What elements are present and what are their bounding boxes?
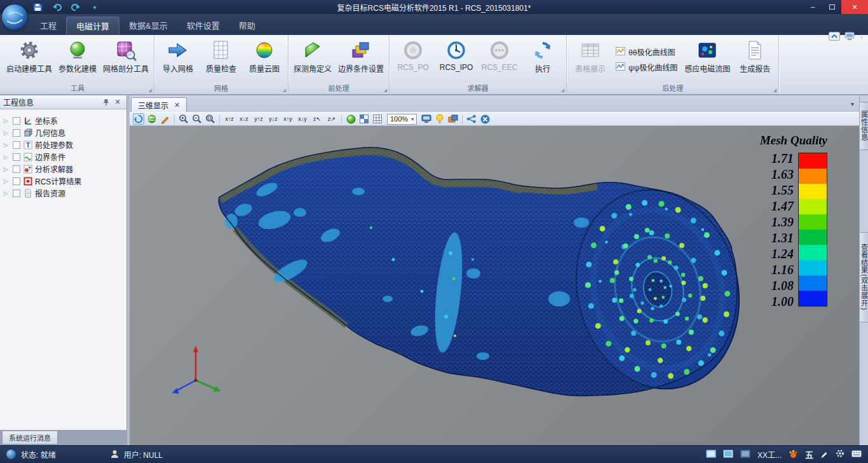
- checkbox[interactable]: [13, 177, 20, 185]
- zoom-in-icon[interactable]: [178, 113, 189, 125]
- tab-close-icon[interactable]: ✕: [174, 101, 180, 109]
- mesh-grid-icon[interactable]: [372, 113, 383, 125]
- view-top-icon[interactable]: x↑y: [281, 113, 294, 125]
- tab-list-dropdown-icon[interactable]: ▾: [851, 100, 854, 107]
- display-settings-dropdown-icon[interactable]: ▾: [860, 34, 863, 41]
- view-left-icon[interactable]: y↑z: [252, 113, 265, 125]
- panel-close-icon[interactable]: ✕: [112, 97, 123, 107]
- pin-icon[interactable]: [100, 97, 112, 107]
- pen-icon[interactable]: [820, 450, 829, 460]
- minimize-button[interactable]: −: [803, 0, 822, 14]
- checkbox[interactable]: [13, 129, 20, 137]
- ribbon-collapse-icon[interactable]: [829, 32, 840, 43]
- quality-cloud-map-button[interactable]: 质量云图: [243, 36, 286, 83]
- tree-item-analysis-solver[interactable]: ▷ 分析求解器: [0, 163, 126, 175]
- view-front-icon[interactable]: x↑z: [223, 113, 236, 125]
- launch-modeling-tool-button[interactable]: 启动建模工具: [3, 36, 55, 83]
- ime-paw-icon[interactable]: [789, 449, 798, 460]
- view-bottom-icon[interactable]: x↓y: [296, 113, 309, 125]
- dialog-launcher-icon[interactable]: ◢: [384, 88, 387, 92]
- system-messages-tab[interactable]: 系统运行消息: [2, 431, 58, 445]
- undo-icon[interactable]: [51, 2, 62, 12]
- table-display-button[interactable]: 表格展示: [569, 36, 612, 83]
- tree-item-rcs-results[interactable]: ▷ RCS计算结果: [0, 175, 126, 187]
- expander-icon[interactable]: ▷: [4, 118, 10, 124]
- rotate-view-icon[interactable]: [133, 113, 144, 125]
- display-settings-icon[interactable]: [844, 32, 855, 43]
- settings-gear-icon[interactable]: [836, 449, 844, 460]
- dialog-launcher-icon[interactable]: ◢: [773, 88, 776, 92]
- checkbox[interactable]: [13, 141, 20, 149]
- tree-item-coordinate-system[interactable]: ▷ 坐标系: [0, 114, 126, 127]
- close-button[interactable]: ×: [841, 0, 868, 14]
- app-logo[interactable]: [2, 4, 27, 30]
- zoom-level-select[interactable]: 100%▾: [387, 114, 417, 125]
- psi-polarization-curve-button[interactable]: ψψ极化曲线图: [616, 62, 677, 73]
- tab-electromagnetic-calculation[interactable]: 电磁计算: [66, 17, 119, 35]
- theta-polarization-curve-button[interactable]: θθ极化曲线图: [616, 46, 677, 57]
- viewport-3d[interactable]: Mesh Quality 1.711.63 1.551.47 1.391.31 …: [130, 126, 859, 445]
- light-icon[interactable]: [434, 113, 445, 125]
- screen-capture-icon[interactable]: [421, 113, 432, 125]
- quick-access-toolbar: ▾: [32, 2, 100, 12]
- tab-data-display[interactable]: 数据&显示: [119, 17, 177, 35]
- dialog-launcher-icon[interactable]: ◢: [283, 88, 286, 92]
- redo-icon[interactable]: [70, 2, 81, 12]
- rcs-ipo-button[interactable]: RCS_IPO: [435, 36, 478, 83]
- probe-angle-definition-button[interactable]: 探测角定义: [290, 36, 335, 83]
- rcs-po-button[interactable]: RCS_PO: [391, 36, 435, 83]
- expander-icon[interactable]: ▷: [4, 190, 10, 197]
- maximize-button[interactable]: [822, 0, 841, 14]
- tree-item-boundary-conditions[interactable]: ▷ 边界条件: [0, 151, 126, 163]
- view-right-icon[interactable]: y↓z: [267, 113, 280, 125]
- import-mesh-button[interactable]: 导入网格: [156, 36, 200, 83]
- dialog-launcher-icon[interactable]: ◢: [561, 88, 564, 92]
- ime-mode-label[interactable]: 五: [805, 448, 813, 460]
- orbit-icon[interactable]: [146, 113, 158, 125]
- checkbox[interactable]: [13, 165, 20, 173]
- checkbox[interactable]: [13, 117, 20, 125]
- view-back-icon[interactable]: x↓z: [238, 113, 250, 125]
- mesh-partition-tool-button[interactable]: 网格剖分工具: [100, 36, 152, 83]
- window-panel-icon[interactable]: [723, 450, 733, 460]
- expander-icon[interactable]: ▷: [4, 154, 10, 160]
- window-panel-icon[interactable]: [706, 450, 716, 460]
- checkbox[interactable]: [13, 190, 20, 197]
- expander-icon[interactable]: ▷: [4, 178, 10, 184]
- expander-icon[interactable]: ▷: [4, 142, 10, 148]
- wireframe-mode-icon[interactable]: [358, 113, 370, 125]
- tab-3d-display[interactable]: 三维显示 ✕: [131, 97, 187, 112]
- window-panel-icon[interactable]: [740, 450, 750, 460]
- rcs-eec-button[interactable]: RCS_EEC: [478, 36, 521, 83]
- tab-software-settings[interactable]: 软件设置: [177, 17, 229, 35]
- checkbox[interactable]: [13, 153, 20, 161]
- palette-icon[interactable]: [447, 113, 459, 125]
- save-icon[interactable]: [32, 2, 43, 12]
- parametric-modeling-button[interactable]: 参数化建模: [55, 36, 100, 83]
- view-iso1-icon[interactable]: z↖: [311, 113, 323, 125]
- tab-project[interactable]: 工程: [31, 17, 66, 35]
- execute-button[interactable]: 执行: [521, 36, 564, 83]
- zoom-out-icon[interactable]: [191, 113, 203, 125]
- tree-item-report-resources[interactable]: ▷ 报告资源: [0, 187, 126, 199]
- side-tab-view-results[interactable]: 查看结果(双击展开): [860, 232, 868, 322]
- generate-report-button[interactable]: 生成报告: [733, 36, 776, 83]
- induced-em-current-map-button[interactable]: 感应电磁流图: [681, 36, 733, 83]
- tree-item-geometry-info[interactable]: ▷ 几何信息: [0, 127, 126, 139]
- tree-item-preprocess-params[interactable]: ▷ T 前处理参数: [0, 139, 126, 151]
- side-tab-properties[interactable]: 属性信息: [860, 102, 868, 150]
- expander-icon[interactable]: ▷: [4, 166, 10, 172]
- expander-icon[interactable]: ▷: [4, 130, 10, 136]
- dialog-launcher-icon[interactable]: ◢: [149, 88, 152, 92]
- keyboard-icon[interactable]: [851, 450, 862, 459]
- tab-help[interactable]: 帮助: [229, 17, 265, 35]
- view-iso2-icon[interactable]: z↗: [325, 113, 338, 125]
- zoom-window-icon[interactable]: [205, 113, 216, 125]
- shaded-mode-icon[interactable]: [345, 113, 356, 125]
- boundary-condition-settings-button[interactable]: 边界条件设置: [335, 36, 387, 83]
- quality-check-button[interactable]: 质量检查: [200, 36, 243, 83]
- edit-icon[interactable]: [159, 113, 171, 125]
- quick-access-dropdown-icon[interactable]: ▾: [89, 2, 100, 12]
- share-view-icon[interactable]: [466, 113, 477, 125]
- close-view-icon[interactable]: [479, 113, 491, 125]
